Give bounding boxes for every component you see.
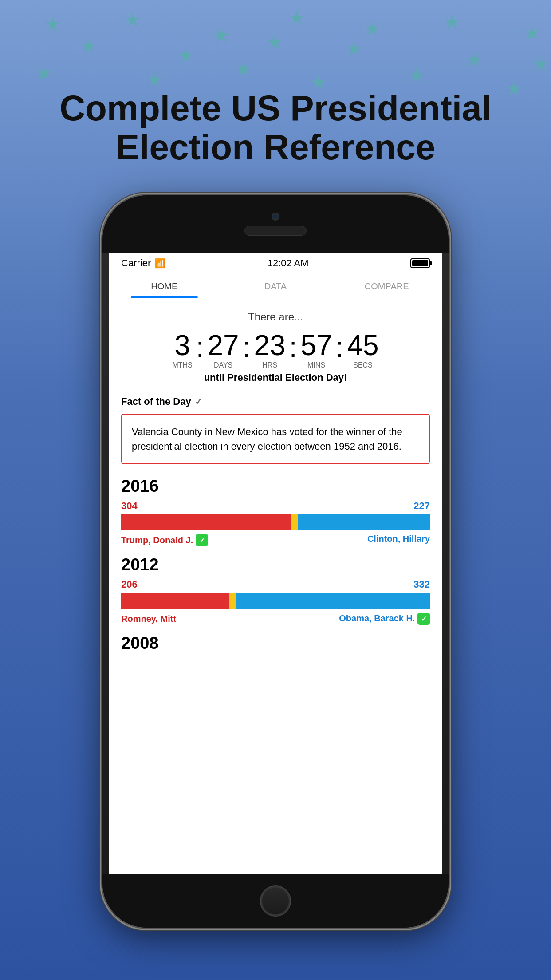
tab-home[interactable]: HOME: [109, 272, 220, 298]
phone-screen: Carrier 📶 12:02 AM HOME DATA COMPARE The…: [109, 253, 442, 874]
tab-data[interactable]: DATA: [220, 272, 331, 298]
separator-4: :: [336, 331, 344, 361]
tab-compare-label: COMPARE: [365, 281, 409, 291]
main-content: There are... 3 MTHS : 27 DAYS : 23 HRS :: [109, 298, 442, 653]
blue-bar-2016: [298, 514, 430, 530]
red-candidate-2012: Romney, Mitt: [121, 612, 176, 625]
countdown-label: There are...: [121, 311, 430, 323]
separator-2: :: [243, 331, 251, 361]
election-result-2012: 206 332 Romney, Mitt Obama, Barack H. ✓: [121, 579, 430, 625]
front-camera-icon: [272, 213, 279, 221]
election-year-2016: 2016: [121, 477, 430, 496]
candidates-2012: Romney, Mitt Obama, Barack H. ✓: [121, 612, 430, 625]
bar-2016: [121, 514, 430, 530]
battery-icon: [410, 258, 430, 268]
countdown-months: 3 MTHS: [172, 331, 192, 369]
star-icon: ★: [213, 24, 230, 46]
status-bar: Carrier 📶 12:02 AM: [109, 253, 442, 272]
fact-header: Fact of the Day ✓: [121, 396, 430, 407]
star-icon: ★: [288, 7, 305, 28]
page-title: Complete US Presidential Election Refere…: [0, 89, 551, 167]
yellow-bar-2012: [229, 593, 236, 609]
star-icon: ★: [346, 38, 363, 59]
red-bar-2012: [121, 593, 229, 609]
separator-1: :: [196, 331, 204, 361]
countdown-mins: 57 MINS: [300, 331, 332, 369]
star-icon: ★: [408, 64, 425, 86]
star-icon: ★: [177, 44, 194, 66]
tab-data-label: DATA: [264, 281, 287, 291]
months-label: MTHS: [172, 361, 192, 369]
bar-2012: [121, 593, 430, 609]
star-icon: ★: [364, 18, 381, 40]
tab-bar: HOME DATA COMPARE: [109, 272, 442, 298]
winner-badge-red-2016: ✓: [196, 534, 208, 546]
star-icon: ★: [146, 69, 163, 91]
days-value: 27: [208, 331, 239, 360]
election-year-2008: 2008: [121, 634, 430, 653]
star-icon: ★: [80, 36, 97, 57]
secs-label: SECS: [353, 361, 373, 369]
phone-top-bezel: [102, 195, 449, 253]
separator-3: :: [289, 331, 297, 361]
blue-bar-2012: [236, 593, 430, 609]
blue-candidate-2012: Obama, Barack H. ✓: [339, 612, 430, 625]
speaker-icon: [244, 226, 307, 236]
countdown-hours: 23 HRS: [254, 331, 285, 369]
star-icon: ★: [235, 58, 252, 79]
tab-home-label: HOME: [151, 281, 177, 291]
blue-candidate-2016: Clinton, Hillary: [367, 534, 430, 546]
hours-label: HRS: [262, 361, 277, 369]
red-votes-2012: 206: [121, 579, 138, 590]
home-button[interactable]: [260, 885, 291, 917]
mins-value: 57: [300, 331, 332, 360]
star-icon: ★: [124, 9, 141, 31]
star-icon: ★: [35, 62, 52, 84]
star-icon: ★: [532, 53, 549, 75]
checkmark-icon: ✓: [195, 396, 202, 407]
star-icon: ★: [266, 31, 283, 53]
fact-box: Valencia County in New Mexico has voted …: [121, 414, 430, 464]
battery-fill: [412, 260, 428, 266]
status-time: 12:02 AM: [268, 257, 309, 269]
winner-badge-blue-2012: ✓: [417, 612, 430, 625]
red-candidate-2016: Trump, Donald J. ✓: [121, 534, 208, 546]
carrier-info: Carrier 📶: [121, 257, 165, 269]
phone-mockup: Carrier 📶 12:02 AM HOME DATA COMPARE The…: [102, 195, 449, 928]
star-icon: ★: [523, 22, 540, 44]
phone-bottom-bezel: [102, 874, 449, 928]
election-year-2012: 2012: [121, 555, 430, 574]
countdown-secs: 45 SECS: [347, 331, 378, 369]
red-bar-2016: [121, 514, 291, 530]
vote-numbers-2016: 304 227: [121, 500, 430, 512]
fact-text: Valencia County in New Mexico has voted …: [132, 424, 419, 454]
red-votes-2016: 304: [121, 500, 138, 512]
countdown-days: 27 DAYS: [208, 331, 239, 369]
hours-value: 23: [254, 331, 285, 360]
days-label: DAYS: [214, 361, 232, 369]
star-icon: ★: [466, 49, 483, 71]
yellow-bar-2016: [291, 514, 298, 530]
wifi-icon: 📶: [154, 258, 165, 269]
secs-value: 45: [347, 331, 378, 360]
tab-compare[interactable]: COMPARE: [331, 272, 442, 298]
countdown-subtitle: until Presidential Election Day!: [121, 372, 430, 383]
star-icon: ★: [444, 11, 460, 33]
star-icon: ★: [44, 13, 61, 35]
vote-numbers-2012: 206 332: [121, 579, 430, 590]
fact-header-label: Fact of the Day: [121, 396, 191, 407]
countdown-display: 3 MTHS : 27 DAYS : 23 HRS : 57 MINS: [121, 331, 430, 369]
blue-votes-2012: 332: [413, 579, 430, 590]
months-value: 3: [174, 331, 190, 360]
blue-votes-2016: 227: [413, 500, 430, 512]
carrier-label: Carrier: [121, 257, 151, 269]
election-result-2016: 304 227 Trump, Donald J. ✓ Clinton, Hill…: [121, 500, 430, 546]
candidates-2016: Trump, Donald J. ✓ Clinton, Hillary: [121, 534, 430, 546]
mins-label: MINS: [307, 361, 325, 369]
